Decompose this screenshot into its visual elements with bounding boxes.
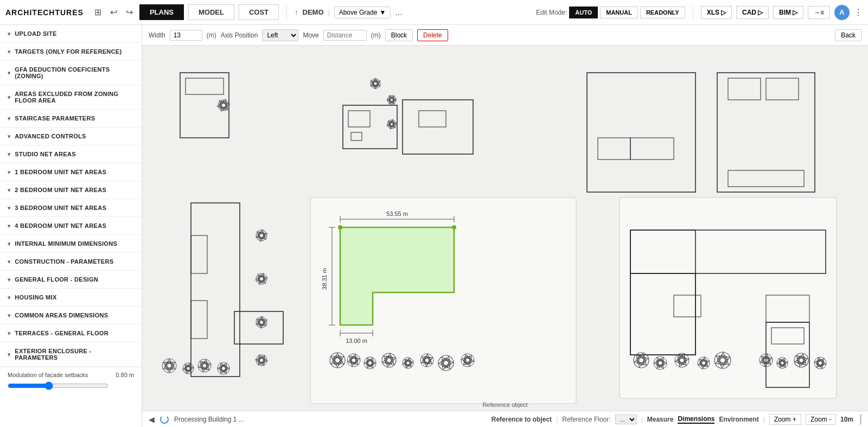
environment-btn[interactable]: Environment bbox=[719, 416, 758, 423]
menu-dots-btn[interactable]: ⋮ bbox=[854, 7, 863, 17]
facade-setback-slider[interactable] bbox=[8, 381, 108, 390]
grade-dropdown[interactable]: Above Grade ▼ bbox=[334, 7, 391, 18]
demo-separator: | bbox=[328, 9, 330, 16]
up-arrow-icon: ↑ bbox=[295, 8, 298, 16]
measurement-bottom: 13.00 m bbox=[346, 337, 367, 344]
tab-cost[interactable]: COST bbox=[239, 4, 279, 20]
block-btn[interactable]: Block bbox=[385, 29, 413, 41]
sidebar-item-4bed[interactable]: ▾ 4 BEDROOM UNIT NET AREAS bbox=[0, 217, 142, 235]
nav-prev-btn[interactable]: ◀ bbox=[149, 415, 155, 424]
canvas-toolbar: Width (m) Axis Position Left Center Righ… bbox=[142, 25, 868, 46]
sidebar-item-exterior[interactable]: ▾ EXTERIOR ENCLOSURE - PARAMETERS bbox=[0, 342, 142, 367]
back-btn[interactable]: Back bbox=[835, 29, 861, 41]
sidebar-item-label: TERRACES - GENERAL FLOOR bbox=[15, 330, 108, 336]
xls-icon: ▷ bbox=[721, 9, 726, 16]
sidebar-item-construction[interactable]: ▾ CONSTRUCTION - PARAMETERS bbox=[0, 253, 142, 271]
distance-input[interactable] bbox=[323, 30, 367, 41]
zoom-out-btn[interactable]: Zoom - bbox=[806, 414, 836, 425]
status-right-group: Reference to object | Reference Floor: .… bbox=[492, 414, 861, 425]
reference-object-label: Reference object bbox=[482, 401, 527, 408]
sidebar-item-label: AREAS EXCLUDED FROM ZONING FLOOR AREA bbox=[15, 91, 134, 104]
status-separator-2: | bbox=[641, 416, 643, 423]
width-label: Width bbox=[149, 31, 165, 39]
delete-btn[interactable]: Delete bbox=[417, 29, 448, 41]
status-bar: ◀ Processing Building 1 ... Reference to… bbox=[142, 411, 868, 427]
axis-select[interactable]: Left Center Right bbox=[262, 29, 298, 41]
status-separator-3: | bbox=[763, 416, 765, 423]
sidebar-item-label: ADVANCED CONTROLS bbox=[15, 133, 86, 139]
facade-setback-label: Modulation of facade setbacks bbox=[8, 372, 88, 378]
tab-plans[interactable]: PLANS bbox=[139, 4, 184, 20]
sidebar-item-label: 4 BEDROOM UNIT NET AREAS bbox=[15, 222, 106, 229]
sidebar-item-general-floor[interactable]: ▾ GENERAL FLOOR - DESIGN bbox=[0, 271, 142, 289]
sidebar-item-staircase[interactable]: ▾ STAIRCASE PARAMETERS bbox=[0, 110, 142, 128]
zoom-in-btn[interactable]: Zoom + bbox=[769, 414, 801, 425]
arrow-menu-btn[interactable]: →≡ bbox=[808, 6, 830, 19]
sidebar-item-label: 2 BEDROOM UNIT NET AREAS bbox=[15, 187, 106, 193]
main-layout: ▾ UPLOAD SITE ▾ TARGETS (only for refere… bbox=[0, 25, 868, 427]
reference-to-object-btn[interactable]: Reference to object bbox=[492, 416, 552, 423]
dimensions-btn[interactable]: Dimensions bbox=[678, 415, 714, 424]
chevron-icon: ▾ bbox=[8, 295, 10, 301]
building-right bbox=[620, 197, 837, 398]
chevron-icon: ▾ bbox=[8, 187, 10, 193]
sidebar-item-areas-excluded[interactable]: ▾ AREAS EXCLUDED FROM ZONING FLOOR AREA bbox=[0, 85, 142, 110]
chevron-icon: ▾ bbox=[8, 277, 10, 283]
export-cad-btn[interactable]: CAD ▷ bbox=[736, 6, 769, 19]
chevron-icon: ▾ bbox=[8, 70, 10, 76]
sidebar-item-2bed[interactable]: ▾ 2 BEDROOM UNIT NET AREAS bbox=[0, 181, 142, 199]
top-navigation: ARCHITECHTURES ⊞ ↩ ↪ PLANS MODEL COST ↑ … bbox=[0, 0, 868, 25]
sidebar-item-targets[interactable]: ▾ TARGETS (only for reference) bbox=[0, 43, 142, 61]
sidebar-item-label: INTERNAL MINIMUM DIMENSIONS bbox=[15, 240, 117, 247]
width-input[interactable] bbox=[170, 30, 202, 41]
sidebar-item-advanced-controls[interactable]: ▾ ADVANCED CONTROLS bbox=[0, 128, 142, 145]
sidebar-item-upload-site[interactable]: ▾ UPLOAD SITE bbox=[0, 25, 142, 43]
tab-model[interactable]: MODEL bbox=[188, 4, 234, 20]
edit-mode-manual[interactable]: MANUAL bbox=[600, 7, 638, 18]
scroll-indicator bbox=[860, 414, 861, 425]
selected-building-shape[interactable]: 53.55 m 38.31 m 13.00 m bbox=[310, 197, 576, 404]
chevron-icon: ▾ bbox=[8, 169, 10, 175]
sidebar-item-label: EXTERIOR ENCLOSURE - PARAMETERS bbox=[15, 348, 134, 361]
export-xls-btn[interactable]: XLS ▷ bbox=[701, 6, 732, 19]
sidebar-item-label: TARGETS (only for reference) bbox=[15, 48, 122, 55]
reference-floor-select[interactable]: ... bbox=[615, 415, 637, 424]
sidebar-bottom-section: Modulation of facade setbacks 0.80 m bbox=[0, 367, 142, 396]
canvas-svg[interactable]: 53.55 m 38.31 m 13.00 m bbox=[142, 46, 868, 427]
user-avatar[interactable]: A bbox=[834, 5, 850, 20]
more-options-btn[interactable]: ... bbox=[395, 8, 402, 17]
sidebar-item-label: HOUSING MIX bbox=[15, 294, 56, 301]
edit-mode-readonly[interactable]: READONLY bbox=[640, 7, 685, 18]
axis-label: Axis Position bbox=[221, 31, 258, 39]
sidebar-item-label: STUDIO NET AREAS bbox=[15, 151, 76, 157]
sidebar-item-label: GFA DEDUCTION COEFICIENTS (ZONING) bbox=[15, 66, 134, 79]
sidebar-item-gfa[interactable]: ▾ GFA DEDUCTION COEFICIENTS (ZONING) bbox=[0, 61, 142, 85]
canvas-area[interactable]: Width (m) Axis Position Left Center Righ… bbox=[142, 25, 868, 427]
sidebar-item-label: 1 BEDROOM UNIT NET AREAS bbox=[15, 169, 106, 175]
bim-icon: ▷ bbox=[793, 9, 797, 16]
distance-unit: (m) bbox=[371, 31, 381, 39]
redo-btn[interactable]: ↪ bbox=[124, 6, 135, 18]
sidebar-item-common-areas[interactable]: ▾ COMMON AREAS DIMENSIONS bbox=[0, 307, 142, 324]
grid-icon-btn[interactable]: ⊞ bbox=[92, 6, 104, 18]
measurement-horizontal: 53.55 m bbox=[386, 211, 408, 217]
undo-btn[interactable]: ↩ bbox=[108, 6, 119, 18]
chevron-icon: ▾ bbox=[8, 241, 10, 247]
sidebar-item-1bed[interactable]: ▾ 1 BEDROOM UNIT NET AREAS bbox=[0, 163, 142, 181]
sidebar-item-studio[interactable]: ▾ STUDIO NET AREAS bbox=[0, 145, 142, 163]
sidebar-item-label: GENERAL FLOOR - DESIGN bbox=[15, 276, 98, 283]
export-bim-btn[interactable]: BIM ▷ bbox=[773, 6, 803, 19]
move-label: Move bbox=[303, 31, 318, 39]
sidebar-item-terraces[interactable]: ▾ TERRACES - GENERAL FLOOR bbox=[0, 324, 142, 342]
measure-btn[interactable]: Measure bbox=[647, 416, 674, 423]
nav-divider-2 bbox=[693, 6, 693, 19]
chevron-icon: ▾ bbox=[8, 133, 10, 139]
sidebar-item-internal-min[interactable]: ▾ INTERNAL MINIMUM DIMENSIONS bbox=[0, 235, 142, 253]
chevron-icon: ▾ bbox=[8, 94, 10, 100]
sidebar-item-3bed[interactable]: ▾ 3 BEDROOM UNIT NET AREAS bbox=[0, 199, 142, 217]
grade-chevron: ▼ bbox=[379, 9, 386, 16]
chevron-icon: ▾ bbox=[8, 49, 10, 55]
sidebar-item-housing-mix[interactable]: ▾ HOUSING MIX bbox=[0, 289, 142, 307]
chevron-icon: ▾ bbox=[8, 223, 10, 229]
edit-mode-auto[interactable]: AUTO bbox=[569, 7, 598, 18]
